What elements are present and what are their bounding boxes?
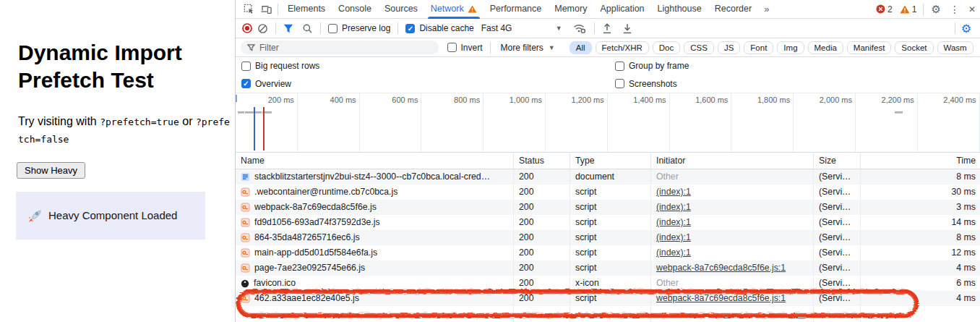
more-filters-label: More filters (501, 43, 543, 53)
invert-filter-toggle[interactable]: Invert (447, 43, 483, 53)
initiator-link[interactable]: (index):1 (656, 232, 691, 242)
initiator-link[interactable]: (index):1 (656, 187, 691, 197)
filter-chip-img[interactable]: Img (777, 41, 804, 54)
request-type: script (570, 260, 651, 276)
table-row-highlighted[interactable]: 462.a33aae1ec82e40e5.js200scriptwebpack-… (236, 291, 980, 306)
close-devtools-icon[interactable]: ✕ (964, 4, 980, 14)
column-header-size[interactable]: Size (814, 153, 861, 169)
table-row[interactable]: favicon.ico200x-iconOther(Servi…6 ms (236, 276, 980, 291)
overview-toggle[interactable]: Overview (241, 79, 291, 89)
filter-chip-socket[interactable]: Socket (895, 41, 933, 54)
tab-recorder[interactable]: Recorder (708, 0, 758, 19)
request-waterfall-bar (238, 111, 244, 114)
tab-application[interactable]: Application (593, 0, 650, 19)
filter-input[interactable]: Filter (241, 41, 439, 54)
tab-label: Elements (288, 0, 325, 18)
tab-network[interactable]: Network (424, 0, 483, 19)
table-row[interactable]: webpack-8a7c69ecda8c5f6e.js200script(ind… (236, 200, 980, 215)
filter-chip-media[interactable]: Media (808, 41, 843, 54)
throttling-select[interactable]: Fast 4G ▼ (481, 23, 562, 33)
initiator-link[interactable]: webpack-8a7c69ecda8c5f6e.js:1 (656, 263, 786, 273)
request-name: page-7ae23e0925745e66.js (254, 260, 365, 276)
column-header-status[interactable]: Status (514, 153, 570, 169)
table-row[interactable]: main-app-dd5d01d5f584e6fa.js200script(in… (236, 245, 980, 260)
search-icon[interactable] (302, 23, 313, 34)
export-har-icon[interactable] (602, 22, 612, 34)
screenshots-toggle[interactable]: Screenshots (615, 79, 677, 89)
request-name: fd9d1056-693ad74f37592d3e.js (254, 215, 380, 230)
ruler-tick: 1,800 ms (731, 93, 794, 152)
column-header-name[interactable]: Name (236, 153, 514, 169)
filter-chip-wasm[interactable]: Wasm (937, 41, 973, 54)
column-header-type[interactable]: Type (570, 153, 651, 169)
request-status: 200 (514, 245, 570, 260)
big-request-rows-checkbox[interactable] (241, 62, 251, 71)
favicon-icon (241, 279, 249, 288)
group-by-frame-checkbox[interactable] (615, 62, 624, 71)
device-toolbar-icon[interactable] (257, 1, 275, 17)
clear-network-log-icon[interactable] (257, 23, 268, 34)
network-conditions-icon[interactable] (572, 22, 587, 34)
filter-chip-manifest[interactable]: Manifest (847, 41, 891, 54)
script-icon (241, 218, 250, 227)
more-tabs-button[interactable]: » (758, 4, 775, 14)
overview-label: Overview (255, 79, 291, 89)
table-row[interactable]: page-7ae23e0925745e66.js200scriptwebpack… (236, 260, 980, 276)
group-by-frame-toggle[interactable]: Group by frame (615, 61, 689, 71)
divider (490, 42, 491, 54)
tab-label: Application (600, 0, 644, 18)
table-row[interactable]: .webcontainer@runtime.cb7c0bca.js200scri… (236, 185, 980, 200)
disable-cache-checkbox[interactable] (405, 24, 415, 33)
request-type: script (570, 200, 651, 215)
tab-lighthouse[interactable]: Lighthouse (651, 0, 708, 19)
network-options-row-2: Overview Screenshots (236, 75, 980, 93)
table-row[interactable]: fd9d1056-693ad74f37592d3e.js200script(in… (236, 215, 980, 230)
console-errors-badge[interactable]: 2 (876, 4, 893, 14)
tab-elements[interactable]: Elements (281, 0, 332, 19)
chevron-down-icon: ▼ (556, 25, 562, 32)
network-settings-gear-icon[interactable]: ⚙ (958, 22, 974, 35)
filter-chip-doc[interactable]: Doc (653, 41, 680, 54)
initiator-link[interactable]: webpack-8a7c69ecda8c5f6e.js:1 (656, 293, 786, 303)
filter-chip-js[interactable]: JS (718, 41, 740, 54)
console-warnings-badge[interactable]: 1 (900, 4, 917, 14)
preserve-log-checkbox[interactable] (328, 24, 338, 33)
filter-funnel-icon[interactable] (283, 24, 293, 33)
import-har-icon[interactable] (622, 22, 632, 34)
column-header-initiator[interactable]: Initiator (651, 153, 814, 169)
screenshots-checkbox[interactable] (615, 79, 624, 88)
settings-gear-icon[interactable]: ⚙ (927, 3, 945, 16)
inspect-element-icon[interactable] (240, 1, 257, 17)
filter-chip-font[interactable]: Font (744, 41, 773, 54)
ruler-tick: 1,000 ms (483, 93, 546, 152)
warning-icon (900, 5, 910, 14)
tab-performance[interactable]: Performance (483, 0, 549, 19)
filter-chip-fetch-xhr[interactable]: Fetch/XHR (596, 41, 649, 54)
column-header-time[interactable]: Time (861, 153, 980, 169)
initiator-link[interactable]: (index):1 (656, 202, 691, 212)
initiator-link[interactable]: (index):1 (656, 217, 691, 227)
initiator-link[interactable]: (index):1 (656, 247, 691, 258)
record-network-log-icon[interactable] (241, 22, 253, 34)
filter-chip-css[interactable]: CSS (684, 41, 714, 54)
more-filters-button[interactable]: More filters ▼ (501, 43, 555, 53)
script-icon (241, 263, 250, 273)
request-size: (Servi… (814, 169, 861, 185)
show-heavy-button[interactable]: Show Heavy (17, 162, 85, 179)
tab-sources[interactable]: Sources (378, 0, 424, 19)
filter-chip-all[interactable]: All (569, 41, 592, 54)
tab-memory[interactable]: Memory (548, 0, 593, 19)
tab-console[interactable]: Console (332, 0, 378, 19)
table-row[interactable]: 864-35da487265716ec6.js200script(index):… (236, 230, 980, 245)
invert-checkbox[interactable] (447, 43, 457, 52)
preserve-log-toggle[interactable]: Preserve log (328, 23, 390, 33)
request-time: 8 ms (861, 169, 980, 185)
overview-checkbox[interactable] (241, 79, 251, 88)
network-overview-timeline[interactable]: 200 ms400 ms600 ms800 ms1,000 ms1,200 ms… (236, 93, 980, 153)
screen: Dynamic Import Prefetch Test Try visitin… (0, 0, 980, 322)
big-request-rows-toggle[interactable]: Big request rows (241, 61, 319, 71)
more-options-icon[interactable]: ⋮ (945, 4, 964, 15)
table-row[interactable]: stackblitzstarterstjnv2bui-stz4--3000--c… (236, 169, 980, 185)
banner-text: Heavy Component Loaded (48, 209, 177, 221)
disable-cache-toggle[interactable]: Disable cache (405, 23, 473, 33)
